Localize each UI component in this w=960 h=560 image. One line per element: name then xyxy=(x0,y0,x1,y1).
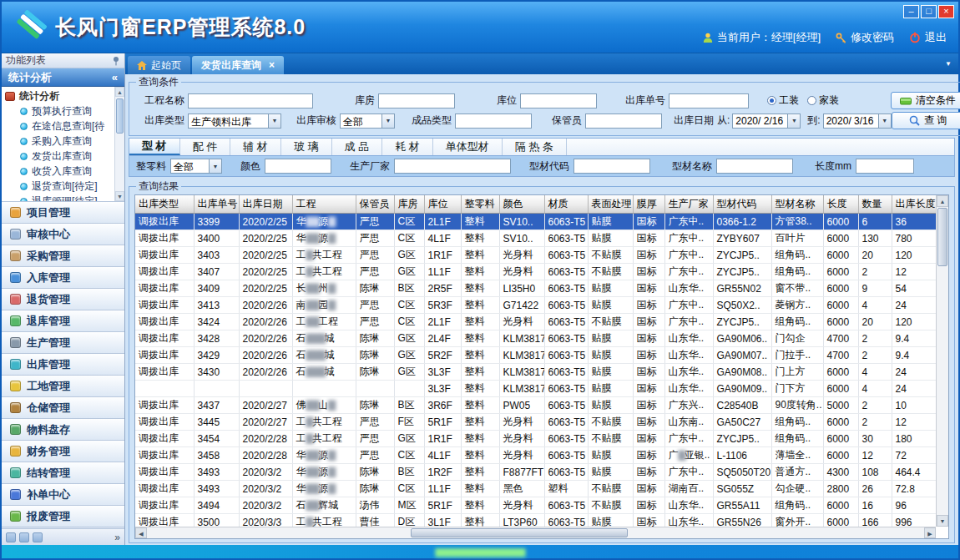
column-header[interactable]: 颜色 xyxy=(499,195,544,214)
table-row[interactable]: 调拨出库33992020/2/25华▇▇源▇严思C区2L1F整料SV10..60… xyxy=(135,214,936,230)
scroll-right-icon[interactable]: ▶ xyxy=(924,527,936,538)
column-header[interactable]: 材质 xyxy=(544,195,588,214)
table-row[interactable]: 调拨出库34002020/2/25华▇▇源▇严思C区4L1F整料SV10..60… xyxy=(135,230,936,247)
search-button[interactable]: 查 询 xyxy=(892,112,960,129)
more-buttons-chevron[interactable]: » xyxy=(114,532,120,543)
horizontal-scroll-thumb[interactable] xyxy=(411,528,628,537)
column-header[interactable]: 工程 xyxy=(292,195,356,214)
tree-item[interactable]: 退货查询[待定] xyxy=(5,179,124,194)
scroll-down-icon[interactable]: ▼ xyxy=(115,191,124,201)
out-type-select[interactable]: 生产领料出库▼ xyxy=(188,114,281,129)
column-header[interactable]: 库房 xyxy=(394,195,424,214)
tree-root-statistics[interactable]: 统计分析 xyxy=(5,88,124,103)
table-row[interactable]: 调拨出库34072020/2/25工▇共工程严思G区1L1F整料光身料6063-… xyxy=(135,264,936,280)
whole-part-select[interactable]: 全部▼ xyxy=(170,159,222,174)
column-header[interactable]: 出库类型 xyxy=(135,195,194,214)
chevron-down-icon[interactable]: ▼ xyxy=(787,114,800,128)
tab-home[interactable]: 起始页 xyxy=(128,56,190,74)
footer-tool-icon-2[interactable] xyxy=(19,532,29,542)
table-row[interactable]: 调拨出库34092020/2/25长▇▇州▇陈琳B区2R5F整料LI35H060… xyxy=(135,280,936,297)
material-tab-隔热条[interactable]: 隔 热 条 xyxy=(503,139,567,155)
sidebar-group-生产管理[interactable]: 生产管理 xyxy=(2,332,124,354)
clear-conditions-button[interactable]: 清空条件 xyxy=(891,92,960,109)
sidebar-group-结转管理[interactable]: 结转管理 xyxy=(2,462,124,484)
table-row[interactable]: 调拨出库34932020/3/2华▇▇源▇陈琳C区1L1F整料黑色塑料不贴膜国标… xyxy=(135,481,936,497)
material-tab-型材[interactable]: 型 材 xyxy=(129,139,180,155)
radio-home-icon[interactable] xyxy=(807,96,816,105)
tree-item[interactable]: 预算执行查询 xyxy=(5,103,124,119)
sidebar-group-审核中心[interactable]: 审核中心 xyxy=(2,224,124,245)
manufacturer-input[interactable] xyxy=(394,159,511,174)
column-header[interactable]: 出库日期 xyxy=(239,195,292,214)
product-type-input[interactable] xyxy=(455,114,532,129)
date-to-picker[interactable]: 2020/ 3/16▼ xyxy=(823,114,892,129)
sidebar-group-项目管理[interactable]: 项目管理 xyxy=(2,202,124,224)
scroll-down-icon[interactable]: ▼ xyxy=(937,515,948,527)
column-header[interactable]: 表面处理 xyxy=(588,195,633,214)
sidebar-group-入库管理[interactable]: 入库管理 xyxy=(2,267,124,289)
change-password-button[interactable]: 修改密码 xyxy=(836,30,894,45)
column-header[interactable]: 型材名称 xyxy=(771,195,823,214)
column-header[interactable]: 型材代码 xyxy=(713,195,771,214)
table-row[interactable]: 调拨出库34932020/3/2华▇▇源▇陈琳B区1R2F整料F8877FT60… xyxy=(135,464,936,481)
table-row[interactable]: 调拨出库34372020/2/27佛▇▇山▇陈琳B区3R6F整料PW056063… xyxy=(135,397,936,414)
table-row[interactable]: 调拨出库34132020/2/26南▇▇园▇严思C区5R3F整料G7142260… xyxy=(135,297,936,314)
scroll-left-icon[interactable]: ◀ xyxy=(135,527,147,538)
tree-scroll-thumb[interactable] xyxy=(116,98,124,134)
location-input[interactable] xyxy=(520,93,597,108)
material-tab-成品[interactable]: 成 品 xyxy=(332,139,383,155)
tab-list-dropdown-icon[interactable]: ▼ xyxy=(945,60,952,68)
column-header[interactable]: 出库长度 xyxy=(892,195,936,214)
sidebar-group-仓储管理[interactable]: 仓储管理 xyxy=(2,397,124,419)
column-header[interactable]: 膜厚 xyxy=(633,195,664,214)
table-row[interactable]: 调拨出库34302020/2/26石▇▇▇城陈琳G区3L3F整料KLM38176… xyxy=(135,364,936,381)
scroll-up-icon[interactable]: ▲ xyxy=(115,87,124,97)
profile-name-input[interactable] xyxy=(716,159,793,174)
material-tab-玻璃[interactable]: 玻 璃 xyxy=(281,139,332,155)
color-input[interactable] xyxy=(265,159,331,174)
table-row[interactable]: 调拨出库34942020/3/2石▇▇辉城汤伟M区5R1F整料光身料6063-T… xyxy=(135,497,936,514)
column-header[interactable]: 数量 xyxy=(858,195,892,214)
chevron-down-icon[interactable]: ▼ xyxy=(268,114,280,128)
chevron-down-icon[interactable]: ▼ xyxy=(381,114,394,128)
sidebar-group-出库管理[interactable]: 出库管理 xyxy=(2,354,124,376)
tree-item[interactable]: 在途信息查询[待 xyxy=(5,119,124,134)
tree-item[interactable]: 退库管理[待定] xyxy=(5,194,124,202)
sidebar-group-补单中心[interactable]: 补单中心 xyxy=(2,484,124,506)
column-header[interactable]: 长度 xyxy=(823,195,858,214)
logout-button[interactable]: 退出 xyxy=(909,30,947,45)
sidebar-group-采购管理[interactable]: 采购管理 xyxy=(2,245,124,267)
column-header[interactable]: 整零料 xyxy=(461,195,499,214)
radio-work-option[interactable]: 工装 xyxy=(767,93,799,108)
tab-close-icon[interactable]: × xyxy=(269,61,275,69)
table-row[interactable]: 3L3F整料KLM38176063-T5贴膜国标山东华..GA90M09..门下… xyxy=(135,381,936,397)
footer-tool-icon-3[interactable] xyxy=(33,532,43,542)
sidebar-section-statistics[interactable]: 统计分析 « xyxy=(2,68,124,87)
vertical-scrollbar[interactable]: ▲ ▼ xyxy=(936,195,948,527)
sidebar-group-退库管理[interactable]: 退库管理 xyxy=(2,310,124,332)
keeper-input[interactable] xyxy=(585,114,662,129)
table-row[interactable]: 调拨出库34582020/2/28华▇▇源▇严思C区4L1F整料光身料6063-… xyxy=(135,447,936,464)
maximize-button[interactable]: □ xyxy=(921,5,937,18)
pin-icon[interactable] xyxy=(112,56,120,66)
material-tab-单体型材[interactable]: 单体型材 xyxy=(433,139,503,155)
scroll-up-icon[interactable]: ▲ xyxy=(937,195,948,207)
material-tab-配件[interactable]: 配 件 xyxy=(180,139,231,155)
column-header[interactable]: 库位 xyxy=(424,195,461,214)
table-row[interactable]: 调拨出库34292020/2/26石▇▇▇城陈琳G区5R2F整料KLM38176… xyxy=(135,347,936,364)
length-input[interactable] xyxy=(856,159,914,174)
chevron-down-icon[interactable]: ▼ xyxy=(209,159,221,173)
table-row[interactable]: 调拨出库34032020/2/25工▇共工程严思G区1R1F整料光身料6063-… xyxy=(135,247,936,264)
date-from-picker[interactable]: 2020/ 2/16▼ xyxy=(732,114,801,129)
radio-home-option[interactable]: 家装 xyxy=(807,93,839,108)
chevron-down-icon[interactable]: ▼ xyxy=(878,114,891,128)
audit-select[interactable]: 全部▼ xyxy=(340,114,395,129)
collapse-icon[interactable]: « xyxy=(112,71,118,83)
tab-shipment-outbound-query[interactable]: 发货出库查询 × xyxy=(192,56,284,74)
tree-scrollbar[interactable]: ▲ ▼ xyxy=(114,87,124,201)
footer-tool-icon-1[interactable] xyxy=(6,532,16,542)
material-tab-辅材[interactable]: 辅 材 xyxy=(230,139,281,155)
radio-work-icon[interactable] xyxy=(767,96,776,105)
minimize-button[interactable]: – xyxy=(903,5,919,18)
table-row[interactable]: 调拨出库34282020/2/26石▇▇▇城陈琳G区2L4F整料KLM38176… xyxy=(135,330,936,347)
